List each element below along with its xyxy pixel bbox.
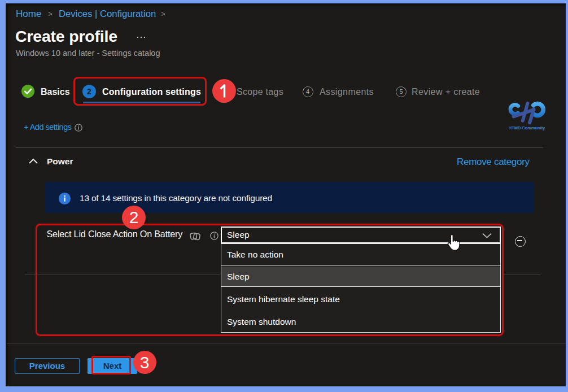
svg-text:HTMD Community: HTMD Community: [509, 125, 545, 130]
